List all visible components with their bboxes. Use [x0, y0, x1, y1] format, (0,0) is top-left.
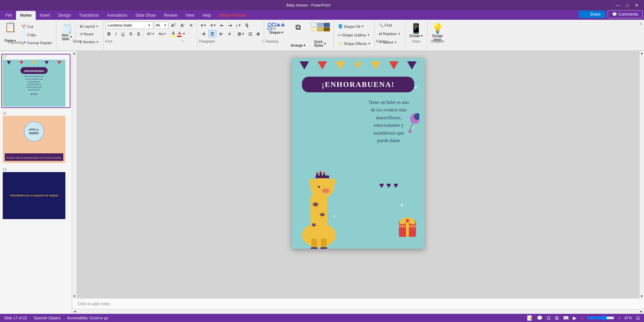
maximize-btn[interactable]: □ — [624, 3, 631, 8]
shapes-button[interactable]: … Shapes ▼ — [265, 21, 287, 49]
slide-thumb-18[interactable]: 18 ¡HOLA,BEBÉ! Te deseo miles de momento… — [1, 110, 70, 164]
columns-button[interactable]: ⊞ ▼ — [236, 30, 246, 37]
copy-button[interactable]: 📄 Copy — [19, 31, 54, 39]
font-color-button[interactable]: A — [177, 31, 182, 37]
tab-transitions[interactable]: Transitions — [75, 11, 103, 20]
line-spacing-button[interactable]: ↕ ▼ — [234, 21, 243, 29]
zoom-out-btn[interactable]: − — [581, 316, 583, 320]
reset-button[interactable]: ↺ Reset — [78, 31, 101, 37]
find-icon: 🔍 — [379, 23, 384, 28]
star1 — [354, 60, 363, 69]
replace-button[interactable]: ⇄ Replace ▼ — [377, 30, 402, 37]
align-text-button[interactable]: ⊡ — [247, 30, 254, 37]
scroll-up-btn[interactable]: ▲ — [73, 51, 77, 55]
giraffe-illustration — [292, 147, 360, 249]
paste-icon: 📋 — [4, 22, 16, 32]
comments-toggle-icon[interactable]: 💬 — [537, 315, 543, 321]
svg-point-11 — [320, 171, 322, 173]
zoom-in-btn[interactable]: + — [618, 316, 621, 320]
slideshow-icon[interactable]: ▶ — [573, 315, 577, 321]
highlight-color-button[interactable]: A — [171, 31, 176, 37]
shadow-button[interactable]: S — [135, 30, 142, 37]
tab-home[interactable]: Home — [16, 11, 35, 20]
separator2 — [169, 31, 170, 37]
quick-styles-button[interactable]: Quick Styles ▼ — [309, 21, 331, 49]
cut-button[interactable]: ✂️ Cut — [19, 23, 54, 30]
increase-indent-button[interactable]: ⇥ — [226, 21, 234, 29]
decrease-indent-button[interactable]: ⇤ — [219, 21, 226, 29]
minimize-btn[interactable]: — — [613, 3, 622, 8]
scroll-down-right-btn[interactable]: ▼ — [640, 294, 644, 298]
reading-view-icon[interactable]: 📖 — [563, 315, 569, 321]
arrange-button[interactable]: ⧉ Arrange ▼ — [289, 21, 308, 49]
find-button[interactable]: 🔍 Find — [377, 21, 394, 29]
tab-slideshow[interactable]: Slide Show — [131, 11, 160, 20]
bold-button[interactable]: B — [106, 30, 113, 37]
decrease-font-button[interactable]: A- — [179, 21, 186, 29]
numbering-button[interactable]: ≡ ▼ — [209, 21, 218, 29]
align-center-button[interactable]: ☰ — [208, 30, 216, 37]
layout-button[interactable]: ⊞ Layout ▼ — [78, 23, 101, 30]
increase-font-button[interactable]: A+ — [170, 21, 178, 29]
notes-toggle-icon[interactable]: 📝 — [527, 315, 533, 321]
tab-insert[interactable]: Insert — [36, 11, 54, 20]
font-color-dropdown-icon[interactable]: ▼ — [182, 32, 185, 35]
voice-group: 📱 Dictate ▼ Voice — [405, 21, 428, 49]
tab-help[interactable]: Help — [198, 11, 215, 20]
share-icon: 👤 — [583, 12, 589, 17]
clear-formatting-button[interactable]: ✕ — [188, 21, 195, 29]
justify-button[interactable]: ≡ — [226, 30, 233, 37]
convert-smart-button[interactable]: ⊕ — [255, 30, 262, 37]
comments-button[interactable]: 💬 Comments — [608, 10, 643, 18]
slide-sorter-icon[interactable]: ⊞ — [555, 315, 559, 321]
scroll-up-right-btn[interactable]: ▲ — [640, 51, 644, 55]
separator3 — [234, 31, 235, 37]
tab-shape-format[interactable]: Shape Format — [215, 11, 251, 20]
svg-point-12 — [323, 172, 325, 174]
align-right-button[interactable]: ⫸ — [217, 30, 226, 37]
slide-num-17: 17 — [3, 55, 69, 59]
ribbon-expand-button[interactable]: ∧ — [640, 22, 642, 26]
shape-fill-button[interactable]: 🪣 Shape Fill ▼ — [336, 23, 373, 30]
change-case-button[interactable]: Aa ▼ — [157, 30, 168, 37]
scroll-right-btn[interactable]: ► — [639, 310, 643, 314]
tab-file[interactable]: File — [1, 11, 16, 20]
italic-button[interactable]: I — [113, 30, 119, 37]
scroll-left-btn[interactable]: ◄ — [73, 310, 77, 314]
bullets-button[interactable]: ≡ ▼ — [199, 21, 208, 29]
share-button[interactable]: 👤 Share — [579, 11, 606, 18]
font-name-input[interactable]: Londrina Solid ▼ — [106, 21, 153, 29]
zoom-slider[interactable] — [587, 315, 614, 321]
shape-outline-button[interactable]: ▭ Shape Outline ▼ — [336, 31, 373, 39]
shape-fill-triangle — [281, 23, 285, 26]
scroll-track-v-right[interactable] — [640, 55, 644, 294]
slides-group: 🗒️ New Slide ▼ ⊞ Layout ▼ ↺ Reset § Sect… — [57, 21, 103, 49]
triangle6 — [407, 61, 417, 70]
scroll-down-btn[interactable]: ▼ — [73, 294, 77, 298]
qs-btn-2 — [317, 23, 323, 27]
underline-button[interactable]: U — [119, 30, 127, 37]
tab-view[interactable]: View — [181, 11, 198, 20]
close-btn[interactable]: ✕ — [633, 3, 641, 8]
slide-num-18: 18 — [3, 111, 69, 115]
align-left-button[interactable]: ⫷ — [199, 30, 208, 37]
normal-view-icon[interactable]: ⊡ — [547, 315, 551, 321]
main-slide-canvas[interactable]: ¡ENHORABUENA! — [292, 58, 424, 249]
char-spacing-button[interactable]: AV ▼ — [145, 30, 156, 37]
arrange-label: Arrange ▼ — [291, 44, 306, 47]
fit-btn[interactable]: ⊡ — [636, 316, 640, 321]
notes-bar[interactable]: Click to add notes — [72, 298, 644, 309]
tab-animations[interactable]: Animations — [103, 11, 131, 20]
strikethrough-button[interactable]: S — [127, 30, 134, 37]
tab-design[interactable]: Design — [54, 11, 75, 20]
slide-thumb-17[interactable]: 17 ¡ENHORABUENA! Tener un bebé es unode … — [1, 54, 70, 108]
triangle2 — [318, 61, 327, 70]
dictate-button[interactable]: 📱 Dictate ▼ — [409, 22, 424, 39]
shape-props-col: 🪣 Shape Fill ▼ ▭ Shape Outline ▼ ✨ Shape… — [336, 21, 373, 49]
scroll-track-v[interactable] — [72, 55, 77, 294]
scroll-track-h[interactable] — [77, 309, 639, 314]
slide-thumb-19[interactable]: 19 Felicidades por tu paquete de alegría — [1, 166, 70, 220]
text-direction-button[interactable]: ⇅ — [243, 21, 251, 29]
font-size-input[interactable]: 40 ▼ — [154, 21, 168, 29]
tab-review[interactable]: Review — [160, 11, 181, 20]
